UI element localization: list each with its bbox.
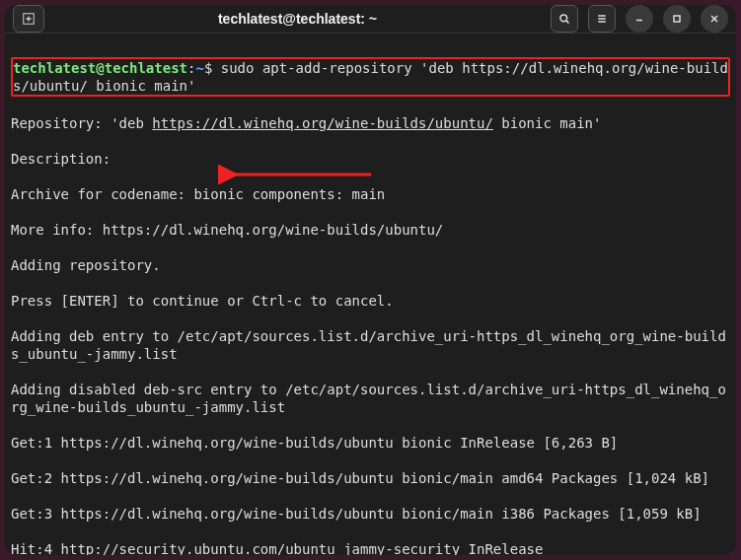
output-line: Get:3 https://dl.winehq.org/wine-builds/… <box>11 505 730 523</box>
window-title: techlatest@techlatest: ~ <box>44 11 551 27</box>
highlighted-command: techlatest@techlatest:~$ sudo apt-add-re… <box>11 57 730 97</box>
new-tab-button[interactable] <box>13 5 44 33</box>
output-line: Adding disabled deb-src entry to /etc/ap… <box>11 381 730 416</box>
output-line: More info: https://dl.winehq.org/wine-bu… <box>11 221 730 239</box>
output-line: Adding repository. <box>11 256 730 274</box>
output-line: Repository: 'deb https://dl.winehq.org/w… <box>11 114 730 132</box>
svg-line-4 <box>566 21 569 24</box>
svg-rect-9 <box>674 16 680 22</box>
output-line: Adding deb entry to /etc/apt/sources.lis… <box>11 327 730 363</box>
annotation-arrow <box>168 147 376 206</box>
svg-point-3 <box>560 15 567 22</box>
search-button[interactable] <box>551 5 578 33</box>
output-line: Get:2 https://dl.winehq.org/wine-builds/… <box>11 469 730 487</box>
close-button[interactable] <box>701 5 728 33</box>
titlebar: techlatest@techlatest: ~ <box>5 5 736 34</box>
maximize-button[interactable] <box>663 5 691 33</box>
menu-button[interactable] <box>588 5 616 33</box>
minimize-button[interactable] <box>626 5 653 33</box>
output-line: Press [ENTER] to continue or Ctrl-c to c… <box>11 292 730 310</box>
output-line: Get:1 https://dl.winehq.org/wine-builds/… <box>11 434 730 452</box>
prompt-user: techlatest@techlatest <box>13 60 187 76</box>
terminal-output[interactable]: techlatest@techlatest:~$ sudo apt-add-re… <box>5 34 736 555</box>
terminal-window: techlatest@techlatest: ~ techlatest@tech… <box>5 5 736 555</box>
output-line: Hit:4 http://security.ubuntu.com/ubuntu … <box>11 540 730 555</box>
